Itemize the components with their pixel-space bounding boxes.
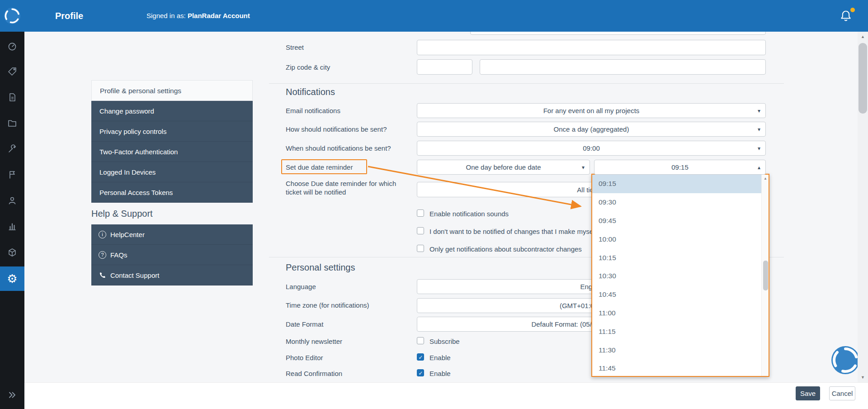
faqs-label: FAQs bbox=[110, 251, 127, 259]
when-sent-select[interactable]: 09:00 bbox=[417, 141, 766, 156]
scroll-down-icon[interactable]: ▼ bbox=[858, 375, 868, 380]
newsletter-checkbox[interactable] bbox=[417, 337, 424, 344]
subcontractor-only-checkbox[interactable] bbox=[417, 245, 424, 252]
time-option[interactable]: 10:00 bbox=[592, 230, 761, 248]
time-option[interactable]: 09:30 bbox=[592, 193, 761, 212]
read-confirmation-checkbox[interactable] bbox=[417, 369, 424, 376]
nav-personal-access-tokens[interactable]: Personal Access Tokens bbox=[91, 182, 253, 203]
zip-input[interactable] bbox=[417, 59, 472, 75]
when-sent-value: 09:00 bbox=[583, 144, 600, 152]
time-option[interactable]: 09:15 bbox=[592, 175, 761, 193]
zip-city-label: Zip code & city bbox=[286, 63, 330, 71]
time-option[interactable]: 11:15 bbox=[592, 322, 761, 341]
scroll-up-icon[interactable]: ▲ bbox=[762, 176, 769, 181]
help-support-heading: Help & Support bbox=[91, 209, 153, 219]
street-label: Street bbox=[286, 43, 304, 51]
nav-privacy-policy-controls[interactable]: Privacy policy controls bbox=[91, 121, 253, 142]
statistics-icon[interactable] bbox=[0, 216, 24, 237]
nav-logged-in-devices[interactable]: Logged In Devices bbox=[91, 162, 253, 182]
choose-due-label: Choose Due date reminder for which ticke… bbox=[286, 179, 412, 196]
dashboard-icon[interactable] bbox=[0, 36, 24, 57]
timezone-label: Time zone (for notifications) bbox=[286, 301, 369, 309]
when-sent-label: When should notifications be sent? bbox=[286, 144, 391, 152]
newsletter-checkbox-label: Subscribe bbox=[429, 338, 460, 345]
account-name: PlanRadar Account bbox=[188, 12, 250, 19]
info-icon: i bbox=[99, 231, 106, 238]
document-export-icon[interactable] bbox=[0, 87, 24, 108]
question-icon: ? bbox=[99, 251, 106, 259]
settings-nav: Profile & personal settings Change passw… bbox=[91, 80, 253, 203]
nav-contact-support[interactable]: Contact Support bbox=[91, 265, 253, 285]
save-button[interactable]: Save bbox=[796, 386, 820, 400]
how-sent-label: How should notifications be sent? bbox=[286, 125, 387, 133]
due-date-time-select[interactable]: 09:15 bbox=[594, 160, 766, 175]
contacts-icon[interactable] bbox=[0, 190, 24, 211]
how-sent-value: Once a day (aggregated) bbox=[554, 125, 629, 133]
planradar-swirl-icon bbox=[3, 7, 21, 25]
date-format-label: Date Format bbox=[286, 320, 323, 328]
folder-icon[interactable] bbox=[0, 113, 24, 133]
city-input[interactable] bbox=[480, 59, 766, 75]
expand-sidebar-icon[interactable] bbox=[0, 385, 24, 405]
enable-sounds-checkbox[interactable] bbox=[417, 209, 424, 217]
photo-editor-checkbox[interactable] bbox=[417, 353, 424, 361]
email-notifications-value: For any event on all my projects bbox=[543, 107, 640, 114]
page-title: Profile bbox=[55, 0, 83, 32]
nav-helpcenter[interactable]: i HelpCenter bbox=[91, 224, 253, 245]
settings-gear-icon[interactable]: ⚙ bbox=[0, 266, 24, 291]
language-label: Language bbox=[286, 283, 316, 290]
nav-two-factor-authentication[interactable]: Two-Factor Authentication bbox=[91, 142, 253, 162]
nav-change-password[interactable]: Change password bbox=[91, 101, 253, 121]
photo-editor-checkbox-label: Enable bbox=[429, 354, 451, 361]
read-confirmation-checkbox-label: Enable bbox=[429, 370, 451, 377]
time-option[interactable]: 11:00 bbox=[592, 304, 761, 323]
action-bar: Save Cancel bbox=[24, 382, 868, 409]
time-option[interactable]: 10:30 bbox=[592, 267, 761, 285]
time-option[interactable]: 10:15 bbox=[592, 248, 761, 267]
chevron-down-icon bbox=[758, 108, 760, 114]
signed-in-prefix: Signed in as: bbox=[146, 12, 188, 19]
no-self-notify-checkbox[interactable] bbox=[417, 227, 424, 234]
page-scrollbar-thumb[interactable] bbox=[859, 43, 867, 114]
chevron-up-icon bbox=[758, 164, 760, 171]
notification-badge bbox=[850, 8, 855, 12]
scroll-up-icon[interactable]: ▲ bbox=[858, 34, 868, 39]
read-confirmation-label: Read Confirmation bbox=[286, 370, 342, 377]
cancel-button[interactable]: Cancel bbox=[829, 386, 855, 400]
planradar-watermark-icon bbox=[830, 345, 861, 376]
dropdown-scrollbar-thumb[interactable] bbox=[763, 261, 768, 290]
chevron-down-icon bbox=[758, 145, 760, 152]
planradar-logo-icon[interactable] bbox=[0, 0, 24, 32]
email-notifications-select[interactable]: For any event on all my projects bbox=[417, 103, 766, 118]
icon-sidebar: ⚙ bbox=[0, 32, 24, 409]
tools-icon[interactable] bbox=[0, 138, 24, 159]
chevron-down-icon bbox=[582, 164, 585, 171]
newsletter-label: Monthly newsletter bbox=[286, 338, 342, 345]
street-input[interactable] bbox=[417, 40, 766, 55]
nav-profile-personal-settings[interactable]: Profile & personal settings bbox=[91, 80, 253, 101]
subcontractor-only-label: Only get notifications about subcontract… bbox=[429, 245, 619, 253]
gear-glyph: ⚙ bbox=[7, 273, 17, 285]
time-option[interactable]: 11:30 bbox=[592, 341, 761, 359]
page-scrollbar: ▲ ▼ bbox=[858, 32, 868, 382]
time-option[interactable]: 11:45 bbox=[592, 359, 761, 377]
time-option[interactable]: 10:45 bbox=[592, 285, 761, 304]
signed-in-text: Signed in as: PlanRadar Account bbox=[146, 0, 250, 32]
time-option[interactable]: 09:45 bbox=[592, 212, 761, 230]
chevron-down-icon bbox=[758, 126, 760, 133]
due-date-time-value: 09:15 bbox=[671, 163, 689, 171]
due-date-reminder-select[interactable]: One day before due date bbox=[417, 160, 590, 175]
package-icon[interactable] bbox=[0, 242, 24, 262]
notification-bell-icon[interactable] bbox=[839, 9, 854, 24]
tags-icon[interactable] bbox=[0, 61, 24, 82]
help-nav: i HelpCenter ? FAQs Contact Support bbox=[91, 224, 253, 285]
app-root: Profile Signed in as: PlanRadar Account bbox=[0, 0, 868, 409]
time-options-dropdown: 09:15 09:30 09:45 10:00 10:15 10:30 10:4… bbox=[591, 174, 769, 377]
how-sent-select[interactable]: Once a day (aggregated) bbox=[417, 122, 766, 137]
notifications-section-title: Notifications bbox=[286, 87, 335, 97]
flag-icon[interactable] bbox=[0, 164, 24, 185]
dropdown-scrollbar: ▲ bbox=[761, 175, 769, 376]
contact-support-label: Contact Support bbox=[110, 271, 159, 279]
top-header: Profile Signed in as: PlanRadar Account bbox=[0, 0, 868, 32]
nav-faqs[interactable]: ? FAQs bbox=[91, 245, 253, 265]
